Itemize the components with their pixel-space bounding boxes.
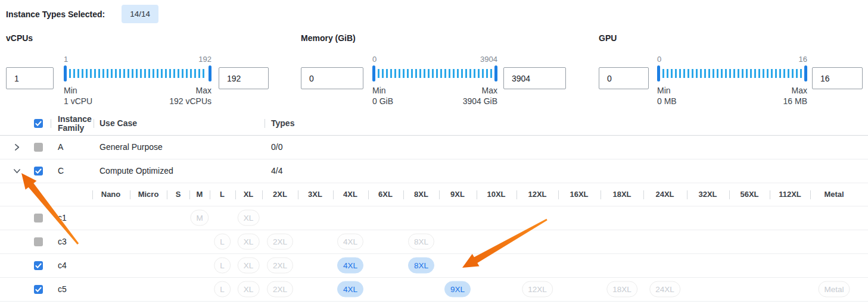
max-detail: 192 vCPUs bbox=[169, 96, 211, 106]
column-separator bbox=[403, 190, 404, 199]
instance-name: c4 bbox=[58, 254, 67, 277]
size-pill[interactable]: XL bbox=[238, 210, 260, 226]
size-column-header: M bbox=[197, 183, 203, 206]
chevron-right-icon[interactable] bbox=[13, 143, 21, 152]
min-detail: 1 vCPU bbox=[64, 96, 92, 106]
column-separator bbox=[477, 190, 477, 199]
size-column-header: 112XL bbox=[779, 183, 801, 206]
size-pill[interactable]: L bbox=[214, 234, 231, 250]
column-separator bbox=[130, 190, 130, 199]
size-pill-selected[interactable]: 9XL bbox=[444, 281, 471, 297]
size-column-header: Micro bbox=[138, 183, 159, 206]
size-column-header: XL bbox=[244, 183, 254, 206]
gpu-slider: 0 16 Min 0 MB Max 16 MB bbox=[657, 55, 807, 106]
size-pill[interactable]: XL bbox=[238, 234, 260, 250]
instance-name: c1 bbox=[58, 206, 67, 230]
slider-max-label: 16 bbox=[799, 55, 807, 64]
column-separator bbox=[643, 190, 644, 199]
size-column-header: Metal bbox=[824, 183, 844, 206]
instance-row-c1: c1 M XL bbox=[0, 206, 868, 230]
column-separator bbox=[92, 190, 93, 199]
size-pill[interactable]: 2XL bbox=[267, 234, 293, 250]
gpu-min-input[interactable] bbox=[599, 67, 649, 89]
size-pill[interactable]: L bbox=[214, 258, 231, 274]
size-column-header: 18XL bbox=[612, 183, 631, 206]
max-caption: Max bbox=[169, 85, 211, 96]
size-pill[interactable]: 18XL bbox=[606, 281, 637, 297]
size-column-header: 56XL bbox=[740, 183, 758, 206]
size-pill[interactable]: 4XL bbox=[337, 234, 363, 250]
slider-handle-min[interactable] bbox=[372, 65, 375, 82]
size-pill[interactable]: 8XL bbox=[408, 234, 434, 250]
family-checkbox[interactable] bbox=[34, 167, 43, 175]
memory-max-input[interactable] bbox=[503, 67, 566, 89]
column-separator bbox=[265, 119, 265, 128]
column-separator bbox=[810, 190, 811, 199]
select-all-checkbox[interactable] bbox=[34, 119, 43, 128]
max-detail: 3904 GiB bbox=[463, 96, 497, 106]
instance-row-c4: c4 L XL 2XL 4XL 8XL bbox=[0, 254, 868, 278]
filters-section: vCPUs 1 192 Min 1 vCPU bbox=[0, 33, 868, 109]
size-pill[interactable]: 2XL bbox=[267, 258, 293, 274]
size-column-header: 8XL bbox=[414, 183, 428, 206]
slider-minmax-captions: Min 0 GiB Max 3904 GiB bbox=[372, 85, 497, 106]
slider-handle-min[interactable] bbox=[657, 65, 660, 82]
size-pill-selected[interactable]: 4XL bbox=[337, 258, 363, 274]
instance-checkbox[interactable] bbox=[34, 261, 43, 270]
column-separator bbox=[517, 190, 517, 199]
memory-slider-track[interactable] bbox=[372, 65, 497, 82]
size-pill[interactable]: Metal bbox=[818, 281, 850, 297]
size-column-header: S bbox=[176, 183, 181, 206]
slider-handle-max[interactable] bbox=[804, 65, 807, 82]
slider-range-labels: 0 3904 bbox=[372, 55, 497, 64]
size-pill-selected[interactable]: 8XL bbox=[408, 258, 434, 274]
column-separator bbox=[210, 190, 210, 199]
filter-title-vcpus: vCPUs bbox=[6, 33, 269, 43]
memory-min-input[interactable] bbox=[301, 67, 363, 89]
size-pill[interactable]: 12XL bbox=[522, 281, 553, 297]
vcpus-slider-track[interactable] bbox=[64, 65, 211, 82]
chevron-down-icon[interactable] bbox=[13, 167, 21, 175]
column-separator bbox=[298, 190, 298, 199]
instance-checkbox[interactable] bbox=[34, 237, 43, 246]
size-pill[interactable]: 2XL bbox=[267, 281, 293, 297]
size-pill[interactable]: XL bbox=[238, 258, 260, 274]
slider-handle-max[interactable] bbox=[209, 65, 211, 82]
vcpus-max-input[interactable] bbox=[219, 67, 269, 89]
size-pill[interactable]: L bbox=[214, 281, 231, 297]
size-pill[interactable]: XL bbox=[238, 281, 260, 297]
instance-name: c3 bbox=[58, 230, 67, 253]
gpu-slider-track[interactable] bbox=[657, 65, 807, 82]
slider-ticks bbox=[378, 69, 492, 78]
instance-row-c3: c3 L XL 2XL 4XL 8XL bbox=[0, 230, 868, 254]
size-column-header: L bbox=[220, 183, 225, 206]
family-row-c: C Compute Optimized 4/4 bbox=[0, 159, 868, 183]
size-column-header: 3XL bbox=[308, 183, 322, 206]
min-caption: Min bbox=[372, 85, 393, 96]
slider-range-labels: 1 192 bbox=[64, 55, 211, 64]
size-column-header: 12XL bbox=[528, 183, 546, 206]
size-pill[interactable]: 24XL bbox=[649, 281, 680, 297]
size-pill-selected[interactable]: 4XL bbox=[337, 281, 363, 297]
column-separator bbox=[601, 190, 601, 199]
size-column-header: 4XL bbox=[343, 183, 357, 206]
size-column-header: 10XL bbox=[487, 183, 505, 206]
column-separator bbox=[333, 190, 334, 199]
vcpus-min-input[interactable] bbox=[6, 67, 54, 89]
slider-max-label: 192 bbox=[198, 55, 211, 64]
column-header-types: Types bbox=[271, 112, 294, 135]
family-name: C bbox=[58, 159, 64, 183]
family-checkbox[interactable] bbox=[34, 143, 43, 152]
slider-minmax-captions: Min 0 MB Max 16 MB bbox=[657, 85, 807, 106]
instance-checkbox[interactable] bbox=[34, 214, 43, 222]
slider-handle-max[interactable] bbox=[494, 65, 497, 82]
instance-checkbox[interactable] bbox=[34, 285, 43, 294]
slider-handle-min[interactable] bbox=[64, 65, 67, 82]
size-pill[interactable]: M bbox=[190, 210, 209, 226]
family-row-a: A General Purpose 0/0 bbox=[0, 136, 868, 159]
gpu-max-input[interactable] bbox=[812, 67, 863, 89]
slider-ticks bbox=[662, 69, 802, 78]
column-header-use-case: Use Case bbox=[99, 112, 137, 135]
family-types-count: 0/0 bbox=[271, 136, 282, 159]
size-header-row: Nano Micro S M L XL 2XL 3XL 4XL 6XL 8XL … bbox=[0, 183, 868, 206]
